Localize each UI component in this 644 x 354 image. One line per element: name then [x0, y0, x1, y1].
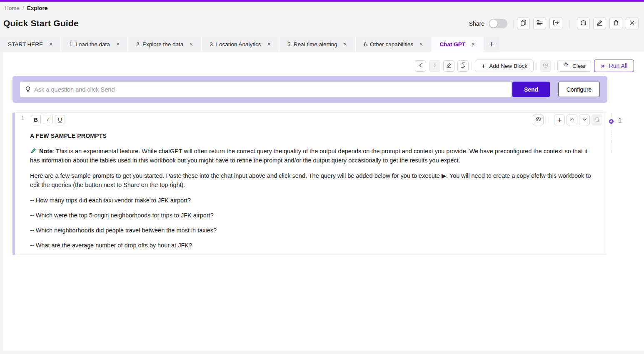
add-new-block-label: Add New Block	[489, 63, 527, 69]
plus-icon: +	[481, 62, 485, 70]
toggle-knob	[489, 20, 497, 27]
tab-close-icon[interactable]: ×	[472, 41, 475, 47]
tab-other-capabilities[interactable]: 6. Other capabilities ×	[356, 37, 432, 52]
list-view-button[interactable]	[533, 17, 546, 30]
chevron-right-icon	[432, 62, 438, 70]
chatgpt-ask-panel: Send Configure	[12, 76, 607, 103]
divider	[513, 20, 514, 28]
tab-close-icon[interactable]: ×	[190, 41, 193, 47]
page-title: Quick Start Guide	[3, 18, 79, 28]
tab-close-icon[interactable]: ×	[419, 41, 423, 47]
history-button[interactable]	[540, 60, 551, 72]
tab-close-icon[interactable]: ×	[116, 41, 120, 47]
question-input[interactable]	[20, 82, 512, 97]
note-body: : This is an experimental feature. While…	[30, 148, 587, 164]
worksheet-tabbar: START HERE × 1. Load the data × 2. Explo…	[0, 37, 644, 52]
tab-explore-the-data[interactable]: 2. Explore the data ×	[128, 37, 202, 52]
share-control: Share	[469, 19, 507, 28]
double-chevron-icon: »	[601, 62, 604, 69]
sample-prompt: -- What are the average number of drop o…	[30, 241, 596, 250]
bold-button[interactable]: B	[31, 115, 41, 124]
breadcrumb: Home / Explore	[5, 5, 47, 11]
run-all-button[interactable]: » Run All	[594, 60, 634, 72]
trash-icon	[594, 116, 600, 124]
tab-start-here[interactable]: START HERE ×	[0, 37, 61, 52]
configure-button[interactable]: Configure	[558, 82, 600, 97]
add-worksheet-button[interactable]: +	[484, 37, 499, 52]
close-icon	[629, 19, 636, 28]
clock-icon	[542, 62, 549, 70]
divider	[537, 62, 537, 70]
clear-label: Clear	[572, 63, 586, 69]
copy-icon	[460, 62, 466, 70]
sample-prompt: -- Which were the top 5 origin neighborh…	[30, 211, 596, 220]
header-actions: Share	[469, 17, 639, 30]
run-all-label: Run All	[609, 62, 627, 69]
tab-close-icon[interactable]: ×	[344, 41, 347, 47]
move-block-up-button[interactable]	[567, 115, 577, 125]
chevron-down-icon	[582, 116, 588, 124]
breadcrumb-separator: /	[22, 5, 24, 11]
edit-worksheet-button[interactable]	[443, 60, 454, 72]
refresh-icon	[580, 19, 587, 28]
divider	[554, 62, 554, 70]
trash-icon	[612, 19, 619, 28]
tab-load-the-data[interactable]: 1. Load the data ×	[61, 37, 128, 52]
underline-button[interactable]: U	[55, 115, 65, 124]
block-indicator-dot[interactable]	[609, 119, 614, 124]
tab-real-time-alerting[interactable]: 5. Real time alerting ×	[280, 37, 356, 52]
move-block-down-button[interactable]	[579, 115, 590, 125]
edit-icon	[446, 62, 452, 70]
note-label: Note	[39, 148, 52, 155]
note-paragraph: Note: This is an experimental feature. W…	[30, 147, 596, 165]
breadcrumb-home[interactable]: Home	[5, 5, 20, 11]
add-block-button[interactable]: +	[554, 115, 565, 125]
block-indicator-number[interactable]: 1	[618, 117, 622, 124]
delete-workbook-button[interactable]	[609, 17, 622, 30]
export-button[interactable]	[549, 17, 562, 30]
italic-button[interactable]: I	[43, 115, 53, 124]
sample-prompt: -- Which neighborhoods did people travel…	[30, 226, 596, 235]
tab-location-analytics[interactable]: 3. Location Analytics ×	[202, 37, 280, 52]
share-toggle[interactable]	[489, 19, 507, 28]
divider	[569, 20, 570, 28]
edit-workbook-button[interactable]	[593, 17, 606, 30]
divider	[549, 117, 549, 123]
block-text-content: A FEW SAMPLE PROMPTS Note: This is an ex…	[15, 113, 606, 250]
block-controls: +	[533, 115, 602, 125]
tab-chat-gpt[interactable]: Chat GPT ×	[432, 37, 484, 52]
broom-icon	[563, 62, 569, 70]
delete-block-button[interactable]	[592, 115, 602, 125]
green-pencil-icon	[30, 147, 37, 154]
notebook-block: 1 B I U + A FEW SAMPLE PROMPT	[12, 112, 606, 255]
list-view-icon	[536, 19, 543, 28]
chevron-up-icon	[569, 116, 575, 124]
accent-stripe	[0, 0, 644, 2]
share-label: Share	[469, 20, 484, 27]
send-button[interactable]: Send	[512, 82, 550, 97]
divider	[472, 62, 472, 70]
copy-icon	[520, 19, 527, 28]
question-input-wrap	[20, 82, 512, 97]
close-workbook-button[interactable]	[626, 17, 639, 30]
refresh-button[interactable]	[577, 17, 590, 30]
next-button[interactable]	[429, 60, 440, 72]
add-new-block-button[interactable]: + Add New Block	[475, 60, 533, 72]
intro-paragraph: Here are a few sample prompts to get you…	[30, 171, 596, 189]
duplicate-worksheet-button[interactable]	[457, 60, 469, 72]
tab-close-icon[interactable]: ×	[49, 41, 52, 47]
edit-icon	[596, 19, 603, 28]
worksheet-toolbar: + Add New Block Clear » Run All	[415, 60, 634, 72]
duplicate-workbook-button[interactable]	[517, 17, 530, 30]
export-icon	[552, 19, 559, 28]
format-toolbar: B I U	[31, 115, 65, 124]
tab-close-icon[interactable]: ×	[267, 41, 271, 47]
prev-button[interactable]	[415, 60, 426, 72]
block-heading: A FEW SAMPLE PROMPTS	[30, 131, 596, 140]
clear-button[interactable]: Clear	[557, 60, 591, 72]
block-number: 1	[21, 115, 24, 121]
preview-button[interactable]	[533, 115, 544, 125]
breadcrumb-current: Explore	[27, 5, 48, 11]
eye-icon	[535, 116, 542, 124]
plus-icon: +	[557, 116, 562, 124]
